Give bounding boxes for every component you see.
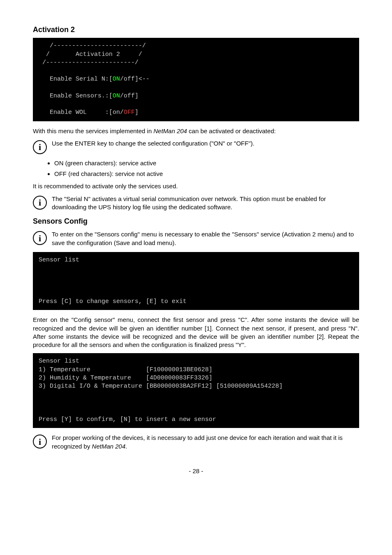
term-line: Press [Y] to confirm, [N] to insert a ne…	[39, 416, 216, 423]
info-icon	[33, 231, 47, 245]
term-line: Enable WOL :[on/	[39, 109, 124, 116]
paragraph: Enter on the "Config sensor" menu, conne…	[33, 316, 359, 349]
text: With this menu the services implemented …	[33, 127, 153, 134]
term-line: Enable Serial N:[	[39, 76, 113, 83]
term-on: ON	[113, 76, 120, 83]
info-block: For proper working of the devices, it is…	[33, 434, 359, 451]
term-line: ]	[135, 109, 138, 116]
info-block: The "Serial N" activates a virtual seria…	[33, 195, 359, 212]
term-on: ON	[113, 92, 120, 99]
info-icon	[33, 435, 47, 449]
term-line: Press [C] to change sensors, [E] to exit	[39, 298, 187, 305]
info-block: Use the ENTER key to change the selected…	[33, 139, 359, 154]
term-line: /off]<--	[120, 76, 150, 83]
term-line: 3) Digital I/O & Temperature [BB0000003B…	[39, 383, 283, 390]
text: can be activated or deactivated:	[187, 127, 276, 134]
text: .	[125, 443, 127, 450]
term-off: OFF	[124, 109, 135, 116]
info-block: To enter on the "Sensors config" menu is…	[33, 230, 359, 247]
page-number: - 28 -	[33, 467, 359, 475]
terminal-sensor-list-populated: Sensor list 1) Temperature [F100000013BE…	[33, 353, 359, 428]
list-item: OFF (red characters): service not active	[54, 170, 359, 178]
terminal-sensor-list-empty: Sensor list Press [C] to change sensors,…	[33, 252, 359, 310]
info-text: For proper working of the devices, it is…	[52, 434, 359, 451]
term-line: /------------------------/	[39, 59, 138, 66]
info-icon	[33, 196, 47, 210]
term-line: /off]	[120, 92, 138, 99]
info-text: To enter on the "Sensors config" menu is…	[52, 230, 359, 247]
product-name: NetMan 204	[92, 443, 126, 450]
term-line: / Activation 2 /	[39, 51, 142, 58]
paragraph: With this menu the services implemented …	[33, 127, 359, 135]
term-line: Sensor list	[39, 358, 79, 365]
paragraph: It is recommended to activate only the s…	[33, 182, 359, 190]
bullet-list: ON (green characters): service active OF…	[54, 159, 359, 178]
term-line: Sensor list	[39, 257, 79, 264]
terminal-activation-2: /------------------------/ / Activation …	[33, 38, 359, 121]
term-line: /------------------------/	[39, 42, 146, 49]
term-line: 1) Temperature [F100000013BE0628]	[39, 366, 212, 373]
term-line: Enable Sensors.:[	[39, 92, 113, 99]
product-name: NetMan 204	[153, 127, 187, 134]
info-icon	[33, 140, 47, 154]
term-line: 2) Humidity & Temperature [4D00000083FF3…	[39, 375, 212, 382]
info-text: The "Serial N" activates a virtual seria…	[52, 195, 359, 212]
heading-activation-2: Activation 2	[33, 25, 359, 35]
info-text: Use the ENTER key to change the selected…	[52, 139, 359, 148]
heading-sensors-config: Sensors Config	[33, 216, 359, 226]
list-item: ON (green characters): service active	[54, 159, 359, 167]
